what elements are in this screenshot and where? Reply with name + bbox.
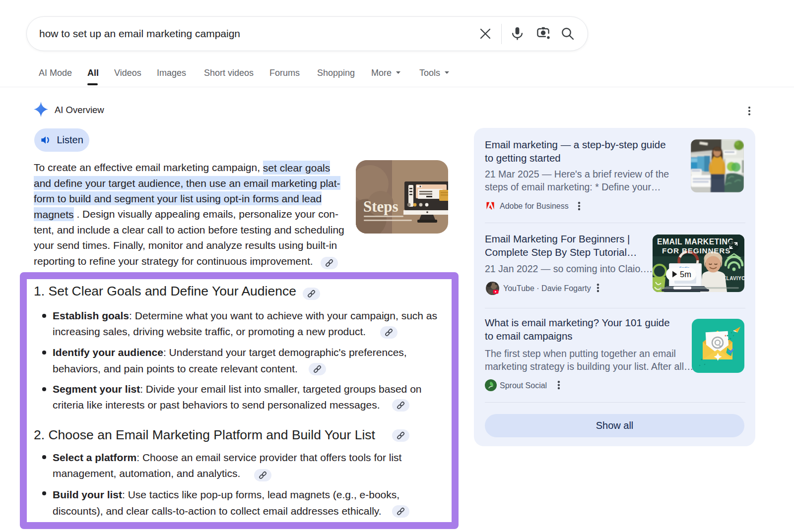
svg-text:Steps: Steps [363,198,398,215]
svg-text:5m: 5m [680,270,691,279]
svg-text:FOR BEGINNERS: FOR BEGINNERS [662,246,730,255]
svg-text:EMAIL MARKETING: EMAIL MARKETING [657,237,734,246]
svg-text:KLAVIYO: KLAVIYO [723,276,744,281]
